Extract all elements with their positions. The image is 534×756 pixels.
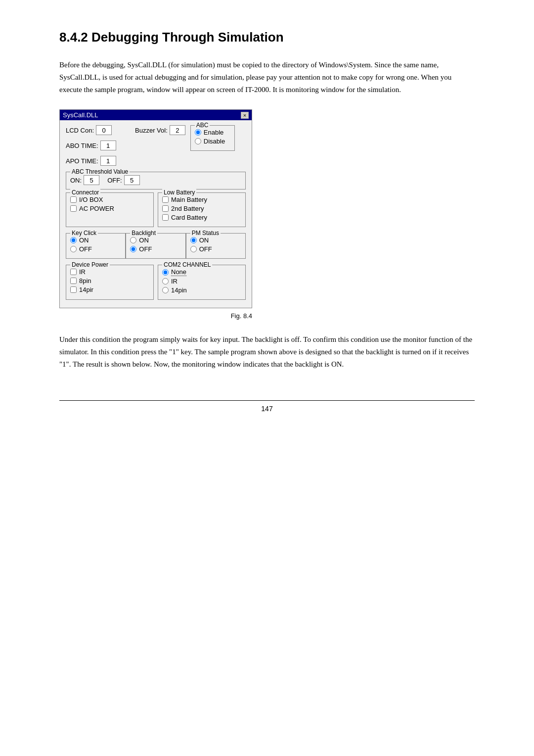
pin8-checkbox[interactable] [70,278,77,284]
off-label: OFF: [107,177,122,184]
io-box-label: I/O BOX [79,196,103,203]
abc-enable-radio[interactable] [195,129,201,136]
backlight-on-radio[interactable] [130,237,136,243]
pm-status-group: PM Status ON OFF [186,233,246,259]
pm-status-label: PM Status [190,230,221,236]
footer: 147 [59,400,475,413]
device-power-label: Device Power [70,261,110,268]
backlight-label: Backlight [130,230,157,236]
com2-none-label: None [171,268,186,276]
keyclick-backlight-pm-row: Key Click ON OFF Backlight ON [66,233,246,262]
backlight-off-radio[interactable] [130,246,136,252]
off-input[interactable] [124,175,140,185]
pin8-label: 8pin [79,277,91,284]
window-title: SysCall.DLL [63,111,98,119]
com2-ir-label: IR [171,278,178,285]
connector-label: Connector [70,189,100,196]
com2-channel-group: COM2 CHANNEL None IR 14pin [158,265,246,300]
lcd-con-label: LCD Con: [66,127,94,134]
pm-off-label: OFF [199,245,212,253]
abc-threshold-label: ABC Threshold Value [70,168,130,175]
backlight-on-label: ON [139,236,149,244]
com2-14pin-radio[interactable] [162,287,169,293]
fig-label: Fig. 8.4 [231,312,252,320]
connector-group: Connector I/O BOX AC POWER [66,192,154,227]
abc-group-label: ABC [195,122,210,129]
apo-time-input[interactable] [100,156,116,166]
pm-on-label: ON [199,236,209,244]
on-input[interactable] [84,175,99,185]
section-heading: 8.4.2 Debugging Through Simulation [59,30,475,45]
pin14pir-checkbox[interactable] [70,286,77,293]
abo-time-input[interactable] [100,141,116,150]
abc-enable-label: Enable [204,129,223,136]
abc-disable-radio[interactable] [195,138,201,144]
low-battery-label: Low Battery [162,189,196,196]
paragraph1: Before the debugging, SysCall.DLL (for s… [59,59,475,95]
apo-time-label: APO TIME: [66,157,98,165]
backlight-group: Backlight ON OFF [126,233,185,259]
com2-ir-radio[interactable] [162,278,169,284]
card-battery-label: Card Battery [171,214,207,221]
ac-power-label: AC POWER [79,205,114,212]
abo-time-label: ABO TIME: [66,142,98,149]
connector-lowbattery-row: Connector I/O BOX AC POWER Low Battery M… [66,192,246,230]
com2-channel-label: COM2 CHANNEL [162,261,212,268]
main-battery-checkbox[interactable] [162,196,169,203]
device-power-com2-row: Device Power IR 8pin 14pir COM2 [66,265,246,303]
ir-label: IR [79,268,86,276]
paragraph2: Under this condition the program simply … [59,333,475,370]
window-body: LCD Con: ABO TIME: APO TIME: Bu [60,120,252,308]
ir-checkbox[interactable] [70,269,77,275]
io-box-checkbox[interactable] [70,196,77,203]
card-battery-checkbox[interactable] [162,214,169,221]
low-battery-group: Low Battery Main Battery 2nd Battery Car… [158,192,246,227]
close-button[interactable]: × [241,112,249,119]
com2-14pin-label: 14pin [171,286,187,294]
ac-power-checkbox[interactable] [70,205,77,212]
keyclick-on-label: ON [79,236,89,244]
key-click-label: Key Click [70,230,98,236]
pin14pir-label: 14pir [79,286,93,293]
window-titlebar: SysCall.DLL × [60,110,252,120]
keyclick-off-radio[interactable] [70,246,77,252]
backlight-off-label: OFF [139,245,152,253]
abc-disable-label: Disable [204,138,225,145]
buzzer-vol-input[interactable] [170,125,185,135]
keyclick-off-label: OFF [79,245,92,253]
abc-group: ABC Enable Disable [190,125,235,151]
key-click-group: Key Click ON OFF [66,233,126,259]
keyclick-on-radio[interactable] [70,237,77,243]
device-power-group: Device Power IR 8pin 14pir [66,265,154,300]
second-battery-label: 2nd Battery [171,205,204,212]
abc-threshold-group: ABC Threshold Value ON: OFF: [66,172,246,189]
syscall-window: SysCall.DLL × LCD Con: ABO TIME: A [59,109,252,308]
on-label: ON: [70,177,82,184]
buzzer-vol-label: Buzzer Vol: [135,127,168,134]
pm-on-radio[interactable] [190,237,197,243]
pm-off-radio[interactable] [190,246,197,252]
second-battery-checkbox[interactable] [162,205,169,212]
lcd-con-input[interactable] [96,125,112,135]
page-number: 147 [261,405,272,413]
figure-container: SysCall.DLL × LCD Con: ABO TIME: A [59,109,475,320]
main-battery-label: Main Battery [171,196,207,203]
com2-none-radio[interactable] [162,269,169,276]
